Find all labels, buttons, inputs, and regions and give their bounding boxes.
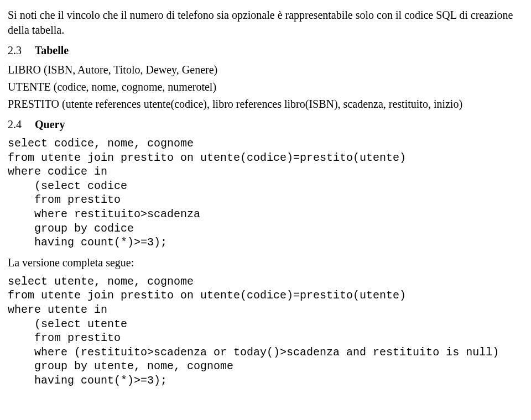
sql-code-block-1: select codice, nome, cognome from utente… [8, 136, 517, 250]
section-title: Query [35, 118, 65, 130]
section-heading-query: 2.4 Query [8, 117, 517, 132]
schema-libro: LIBRO (ISBN, Autore, Titolo, Dewey, Gene… [8, 62, 517, 77]
schema-utente: UTENTE (codice, nome, cognome, numerotel… [8, 80, 517, 95]
section-number: 2.4 [8, 117, 32, 132]
sql-code-block-2: select utente, nome, cognome from utente… [8, 275, 517, 388]
section-number: 2.3 [8, 43, 32, 58]
schema-prestito: PRESTITO (utente references utente(codic… [8, 97, 517, 112]
between-paragraph: La versione completa segue: [8, 255, 517, 270]
section-title: Tabelle [35, 44, 69, 56]
section-heading-tabelle: 2.3 Tabelle [8, 43, 517, 58]
intro-paragraph: Si noti che il vincolo che il numero di … [8, 8, 517, 38]
